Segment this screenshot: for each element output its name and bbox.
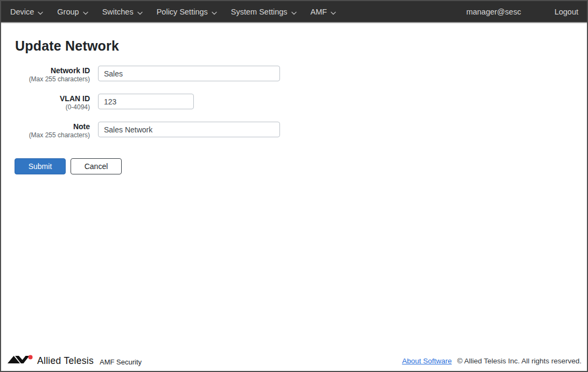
cancel-button[interactable]: Cancel — [71, 158, 122, 174]
copyright-text: © Allied Telesis Inc. All rights reserve… — [457, 357, 582, 365]
note-label-col: Note (Max 255 characters) — [1, 122, 90, 139]
nav-menu-group[interactable]: Group — [50, 1, 95, 22]
nav-menu-group-label: Group — [57, 8, 79, 16]
form-buttons: Submit Cancel — [15, 158, 587, 174]
page-title: Update Network — [15, 38, 587, 54]
chevron-down-icon — [291, 8, 297, 17]
vlan-id-row: VLAN ID (0-4094) — [1, 94, 587, 111]
nav-menu-policy-settings[interactable]: Policy Settings — [150, 1, 224, 22]
nav-menu-switches[interactable]: Switches — [95, 1, 150, 22]
about-software-link[interactable]: About Software — [402, 357, 452, 365]
nav-menu-amf[interactable]: AMF — [304, 1, 344, 22]
nav-menu-policy-settings-label: Policy Settings — [157, 8, 208, 16]
network-id-label: Network ID — [1, 66, 90, 75]
network-id-input[interactable] — [98, 66, 280, 81]
network-id-label-col: Network ID (Max 255 characters) — [1, 66, 90, 83]
vlan-id-input[interactable] — [98, 94, 194, 109]
nav-menu-device-label: Device — [10, 8, 34, 16]
nav-menu-system-settings-label: System Settings — [231, 8, 288, 16]
vlan-id-label: VLAN ID — [1, 94, 90, 103]
allied-telesis-logo-icon — [8, 355, 33, 367]
top-navbar: Device Group Switches Policy Settings Sy… — [1, 1, 587, 23]
chevron-down-icon — [212, 8, 217, 17]
nav-menu-amf-label: AMF — [311, 8, 327, 16]
footer-legal-group: About Software © Allied Telesis Inc. All… — [402, 357, 582, 365]
brand-name: Allied Telesis — [37, 355, 94, 367]
update-network-form: Network ID (Max 255 characters) VLAN ID … — [1, 66, 587, 174]
main-content: Update Network Network ID (Max 255 chara… — [1, 38, 587, 174]
footer-brand-group: Allied Telesis AMF Security — [8, 355, 142, 367]
note-input[interactable] — [98, 122, 280, 137]
vlan-id-hint: (0-4094) — [1, 103, 90, 111]
nav-menu-system-settings[interactable]: System Settings — [224, 1, 304, 22]
logout-button[interactable]: Logout — [554, 8, 579, 16]
app-window: Device Group Switches Policy Settings Sy… — [0, 0, 588, 372]
nav-menu-switches-label: Switches — [102, 8, 134, 16]
footer: Allied Telesis AMF Security About Softwa… — [1, 353, 587, 371]
note-hint: (Max 255 characters) — [1, 131, 90, 139]
nav-menu-device[interactable]: Device — [3, 1, 50, 22]
note-label: Note — [1, 122, 90, 131]
chevron-down-icon — [38, 8, 43, 17]
submit-button[interactable]: Submit — [15, 158, 66, 174]
note-row: Note (Max 255 characters) — [1, 122, 587, 139]
chevron-down-icon — [137, 8, 143, 17]
vlan-id-label-col: VLAN ID (0-4094) — [1, 94, 90, 111]
network-id-hint: (Max 255 characters) — [1, 75, 90, 83]
navbar-right: manager@sesc Logout — [460, 8, 579, 16]
network-id-row: Network ID (Max 255 characters) — [1, 66, 587, 83]
product-name: AMF Security — [100, 356, 142, 366]
chevron-down-icon — [331, 8, 336, 17]
logged-in-user: manager@sesc — [460, 8, 528, 16]
chevron-down-icon — [83, 8, 88, 17]
